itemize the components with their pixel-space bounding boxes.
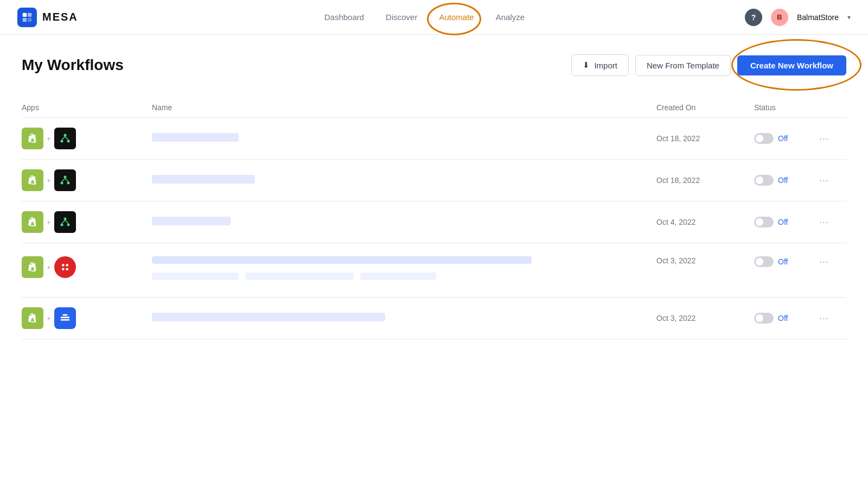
- col-created-on: Created On: [656, 103, 754, 112]
- svg-rect-0: [23, 12, 27, 16]
- mesa-icon: [54, 128, 76, 149]
- mesa-icon: [54, 211, 76, 233]
- more-menu-button[interactable]: ···: [819, 175, 846, 186]
- apps-cell: +: [22, 307, 152, 329]
- nav-dashboard[interactable]: Dashboard: [324, 10, 364, 24]
- status-toggle[interactable]: [754, 133, 774, 144]
- shopify-icon: [22, 307, 43, 329]
- plus-separator: +: [47, 314, 51, 323]
- status-cell: Off: [754, 175, 819, 186]
- main-nav: Dashboard Discover Automate Analyze: [104, 10, 745, 24]
- status-cell: Off: [754, 133, 819, 144]
- store-name: BalmatStore: [797, 13, 839, 22]
- svg-line-13: [65, 179, 68, 182]
- created-date: Oct 4, 2022: [656, 218, 754, 226]
- page-content: My Workflows ⬇ Import New From Template …: [0, 35, 868, 359]
- workflow-name[interactable]: [152, 313, 656, 324]
- svg-point-10: [60, 182, 63, 185]
- svg-rect-1: [28, 12, 31, 16]
- status-label: Off: [778, 134, 788, 143]
- action-buttons: ⬇ Import New From Template Create New Wo…: [571, 54, 846, 76]
- help-button[interactable]: ?: [745, 9, 762, 26]
- apps-cell: +: [22, 128, 152, 149]
- status-cell: Off: [754, 256, 819, 267]
- status-label: Off: [778, 314, 788, 323]
- plus-separator: +: [47, 218, 51, 226]
- table-row: + Oct 4, 2022 Off ···: [22, 201, 846, 243]
- avatar: B: [771, 9, 788, 26]
- more-menu-button[interactable]: ···: [819, 133, 846, 144]
- create-new-workflow-button[interactable]: Create New Workflow: [737, 55, 846, 75]
- shopify-icon: [22, 211, 43, 233]
- header: MESA Dashboard Discover Automate Analyze…: [0, 0, 868, 35]
- mesa-icon: [54, 169, 76, 191]
- logo-area: MESA: [17, 8, 78, 27]
- svg-point-21: [62, 268, 65, 270]
- workflow-name[interactable]: [152, 217, 656, 227]
- status-toggle[interactable]: [754, 313, 774, 324]
- status-label: Off: [778, 176, 788, 185]
- svg-point-6: [67, 140, 69, 143]
- svg-line-18: [65, 220, 68, 224]
- created-date: Oct 18, 2022: [656, 176, 754, 185]
- table-row: + Oct 18, 2022 Off ···: [22, 118, 846, 160]
- status-cell: Off: [754, 313, 819, 324]
- nav-automate-wrapper: Automate: [439, 12, 474, 22]
- svg-point-20: [66, 264, 68, 267]
- created-date: Oct 3, 2022: [656, 314, 754, 323]
- apps-cell: +: [22, 256, 152, 278]
- more-menu-button[interactable]: ···: [819, 256, 846, 268]
- svg-point-22: [66, 268, 68, 270]
- import-icon: ⬇: [583, 60, 590, 70]
- table-row: + Oct 18, 2022 Off ···: [22, 160, 846, 201]
- svg-point-16: [67, 224, 69, 226]
- svg-rect-2: [23, 17, 27, 21]
- page-title: My Workflows: [22, 56, 124, 74]
- col-apps: Apps: [22, 103, 152, 112]
- plus-separator: +: [47, 263, 51, 271]
- header-right: ? B BalmatStore ▾: [745, 9, 851, 26]
- logo-text: MESA: [42, 11, 78, 23]
- table-header: Apps Name Created On Status: [22, 98, 846, 118]
- svg-line-12: [62, 179, 65, 182]
- svg-point-11: [67, 182, 69, 185]
- app-icon-blue: [54, 307, 76, 329]
- plus-separator: +: [47, 176, 51, 185]
- shopify-icon: [22, 256, 43, 278]
- more-menu-button[interactable]: ···: [819, 217, 846, 228]
- logo-icon: [17, 8, 37, 27]
- svg-point-15: [60, 224, 63, 226]
- import-button[interactable]: ⬇ Import: [571, 54, 629, 76]
- col-status: Status: [754, 103, 819, 112]
- svg-line-7: [62, 137, 65, 140]
- apps-cell: +: [22, 211, 152, 233]
- workflow-name[interactable]: [152, 133, 656, 144]
- svg-rect-24: [60, 319, 69, 321]
- account-chevron-icon[interactable]: ▾: [847, 14, 851, 21]
- svg-point-4: [63, 134, 66, 137]
- nav-discover[interactable]: Discover: [386, 10, 417, 24]
- status-label: Off: [778, 257, 788, 266]
- workflow-name[interactable]: [152, 175, 656, 186]
- svg-point-9: [63, 176, 66, 179]
- page-header: My Workflows ⬇ Import New From Template …: [22, 54, 846, 76]
- status-toggle[interactable]: [754, 256, 774, 267]
- svg-line-17: [62, 220, 65, 224]
- more-menu-button[interactable]: ···: [819, 313, 846, 324]
- nav-automate[interactable]: Automate: [439, 10, 474, 24]
- nav-analyze[interactable]: Analyze: [496, 10, 525, 24]
- created-date: Oct 18, 2022: [656, 134, 754, 143]
- status-toggle[interactable]: [754, 217, 774, 227]
- col-name: Name: [152, 103, 656, 112]
- svg-point-5: [60, 140, 63, 143]
- status-cell: Off: [754, 217, 819, 227]
- new-from-template-button[interactable]: New From Template: [635, 55, 731, 76]
- table-row: + Oct 3, 2022: [22, 243, 846, 298]
- workflow-name[interactable]: [152, 256, 656, 283]
- svg-rect-25: [62, 314, 67, 316]
- workflows-table: Apps Name Created On Status +: [22, 98, 846, 339]
- plus-separator: +: [47, 135, 51, 143]
- status-toggle[interactable]: [754, 175, 774, 186]
- status-label: Off: [778, 218, 788, 226]
- svg-rect-3: [28, 17, 31, 21]
